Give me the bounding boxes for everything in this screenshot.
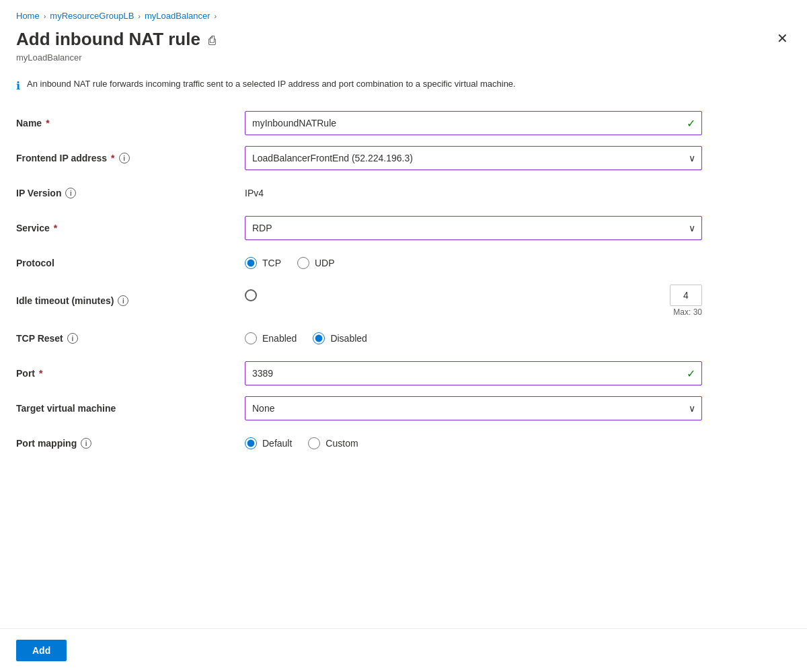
info-text: An inbound NAT rule forwards incoming tr…: [27, 79, 516, 89]
port-required: *: [39, 368, 42, 379]
protocol-row: Protocol TCP UDP: [16, 246, 791, 281]
port-mapping-label: Port mapping i: [16, 438, 245, 449]
target-vm-control: None ∨: [245, 396, 702, 420]
name-row: Name * ✓: [16, 106, 791, 141]
frontend-ip-label: Frontend IP address * i: [16, 153, 245, 163]
close-button[interactable]: ✕: [774, 29, 791, 48]
protocol-tcp-label: TCP: [262, 258, 281, 268]
protocol-radio-group: TCP UDP: [245, 257, 702, 269]
protocol-udp-option[interactable]: UDP: [297, 257, 335, 269]
idle-timeout-slider-row: 4: [245, 285, 702, 306]
service-row: Service * RDP ∨: [16, 211, 791, 246]
port-input[interactable]: [245, 361, 702, 385]
port-mapping-custom-radio[interactable]: [308, 437, 320, 449]
service-control: RDP ∨: [245, 216, 702, 240]
tcp-reset-radio-group: Enabled Disabled: [245, 332, 702, 344]
service-label: Service *: [16, 223, 245, 233]
protocol-tcp-option[interactable]: TCP: [245, 257, 281, 269]
port-mapping-info-icon[interactable]: i: [81, 438, 91, 449]
header-left: Add inbound NAT rule ⎙ myLoadBalancer: [16, 29, 216, 63]
form-body: Name * ✓ Frontend IP address * i LoadBa: [0, 106, 807, 544]
target-vm-select-wrapper: None ∨: [245, 396, 702, 420]
name-required: *: [46, 118, 49, 128]
footer: Add: [0, 628, 807, 672]
protocol-control: TCP UDP: [245, 257, 702, 269]
service-required: *: [54, 223, 57, 233]
idle-timeout-value: 4: [683, 290, 689, 301]
target-vm-label: Target virtual machine: [16, 403, 245, 414]
tcp-reset-info-icon[interactable]: i: [67, 333, 78, 344]
info-icon: ℹ: [16, 79, 20, 92]
idle-timeout-max: Max: 30: [673, 307, 702, 317]
print-icon[interactable]: ⎙: [208, 34, 216, 48]
name-label: Name *: [16, 118, 245, 128]
target-vm-select[interactable]: None: [245, 396, 702, 420]
breadcrumb-sep-1: ›: [44, 12, 46, 20]
tcp-reset-row: TCP Reset i Enabled Disabled: [16, 321, 791, 356]
frontend-ip-required: *: [111, 153, 114, 163]
port-mapping-custom-option[interactable]: Custom: [308, 437, 358, 449]
frontend-ip-select[interactable]: LoadBalancerFrontEnd (52.224.196.3): [245, 146, 702, 170]
service-select[interactable]: RDP: [245, 216, 702, 240]
tcp-reset-enabled-label: Enabled: [262, 333, 297, 344]
port-check-icon: ✓: [687, 367, 695, 380]
port-control: ✓: [245, 361, 702, 385]
ip-version-control: IPv4: [245, 188, 702, 198]
breadcrumb-load-balancer[interactable]: myLoadBalancer: [145, 11, 210, 21]
port-mapping-control: Default Custom: [245, 437, 702, 449]
title-row: Add inbound NAT rule ⎙: [16, 29, 216, 50]
port-mapping-default-radio[interactable]: [245, 437, 257, 449]
service-select-wrapper: RDP ∨: [245, 216, 702, 240]
port-row: Port * ✓: [16, 356, 791, 391]
add-button[interactable]: Add: [16, 640, 67, 661]
idle-timeout-slider-group: 4 Max: 30: [245, 285, 702, 317]
port-input-wrapper: ✓: [245, 361, 702, 385]
name-control: ✓: [245, 111, 702, 135]
port-mapping-row: Port mapping i Default Custom: [16, 426, 791, 461]
breadcrumb-sep-3: ›: [215, 12, 217, 20]
ip-version-row: IP Version i IPv4: [16, 176, 791, 211]
page-title: Add inbound NAT rule: [16, 29, 200, 50]
port-mapping-radio-group: Default Custom: [245, 437, 702, 449]
idle-timeout-info-icon[interactable]: i: [118, 295, 128, 306]
name-input-wrapper: ✓: [245, 111, 702, 135]
ip-version-label: IP Version i: [16, 188, 245, 198]
page-header: Add inbound NAT rule ⎙ myLoadBalancer ✕: [0, 26, 807, 63]
tcp-reset-control: Enabled Disabled: [245, 332, 702, 344]
name-check-icon: ✓: [687, 117, 695, 130]
idle-timeout-label: Idle timeout (minutes) i: [16, 295, 245, 306]
frontend-ip-control: LoadBalancerFrontEnd (52.224.196.3) ∨: [245, 146, 702, 170]
tcp-reset-label: TCP Reset i: [16, 333, 245, 344]
protocol-udp-label: UDP: [315, 258, 335, 268]
port-mapping-default-option[interactable]: Default: [245, 437, 292, 449]
idle-timeout-value-box: 4: [670, 285, 702, 306]
port-mapping-default-label: Default: [262, 438, 292, 449]
protocol-label: Protocol: [16, 258, 245, 268]
protocol-udp-radio[interactable]: [297, 257, 309, 269]
info-box: ℹ An inbound NAT rule forwards incoming …: [16, 79, 568, 92]
breadcrumb-sep-2: ›: [138, 12, 141, 20]
idle-timeout-control: 4 Max: 30: [245, 285, 702, 317]
tcp-reset-enabled-radio[interactable]: [245, 332, 257, 344]
ip-version-value: IPv4: [245, 188, 264, 198]
tcp-reset-disabled-radio[interactable]: [313, 332, 325, 344]
target-vm-row: Target virtual machine None ∨: [16, 391, 791, 426]
frontend-ip-select-wrapper: LoadBalancerFrontEnd (52.224.196.3) ∨: [245, 146, 702, 170]
tcp-reset-disabled-label: Disabled: [330, 333, 367, 344]
idle-timeout-slider[interactable]: [245, 294, 663, 297]
frontend-ip-info-icon[interactable]: i: [119, 153, 130, 163]
frontend-ip-row: Frontend IP address * i LoadBalancerFron…: [16, 141, 791, 176]
tcp-reset-disabled-option[interactable]: Disabled: [313, 332, 367, 344]
breadcrumb-resource-group[interactable]: myResourceGroupLB: [50, 11, 134, 21]
port-label: Port *: [16, 368, 245, 379]
breadcrumb-home[interactable]: Home: [16, 11, 40, 21]
tcp-reset-enabled-option[interactable]: Enabled: [245, 332, 297, 344]
idle-timeout-row: Idle timeout (minutes) i 4 Max: 30: [16, 281, 791, 321]
ip-version-info-icon[interactable]: i: [65, 188, 76, 198]
protocol-tcp-radio[interactable]: [245, 257, 257, 269]
page-subtitle: myLoadBalancer: [16, 52, 216, 63]
name-input[interactable]: [245, 111, 702, 135]
breadcrumb: Home › myResourceGroupLB › myLoadBalance…: [0, 0, 807, 26]
port-mapping-custom-label: Custom: [325, 438, 358, 449]
